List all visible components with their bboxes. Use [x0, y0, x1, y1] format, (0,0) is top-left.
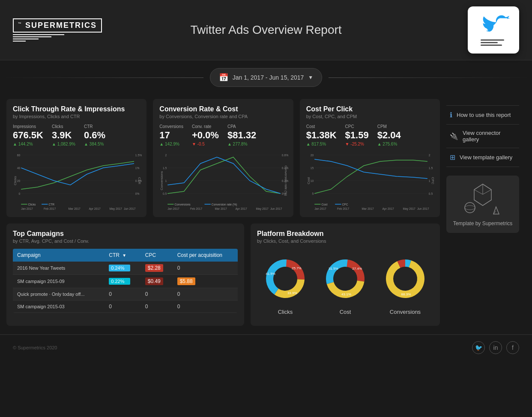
- ctr-metrics-row: Impressions 676.5K 144.2% Clicks 3.9K 1,…: [13, 124, 140, 146]
- svg-text:CTR: CTR: [48, 203, 54, 206]
- ctr-panel-subtitle: by Impressions, Clicks and CTR: [13, 114, 140, 119]
- svg-text:0%: 0%: [135, 192, 140, 195]
- svg-text:CPC: CPC: [430, 177, 434, 185]
- cpm-change: 275.6%: [377, 142, 401, 146]
- footer-icons: 🐦 in f: [472, 341, 519, 354]
- twitter-line-1: [481, 39, 504, 41]
- table-row: 2016 New Year Tweets0.24%$2.280: [13, 262, 238, 275]
- conv-panel-title: Conversion Rate & Cost: [159, 105, 287, 113]
- donut-chart: 25.7%33.9%41.5%: [260, 253, 311, 304]
- svg-line-81: [483, 190, 491, 194]
- donuts-row: 25.7%33.9%41.5%Clicks27.4%43.1%31.5%Cost…: [257, 249, 433, 319]
- svg-text:41.5%: 41.5%: [266, 272, 275, 276]
- connector-btn[interactable]: 🔌 View connector gallery: [446, 125, 519, 148]
- donut-chart: 27.4%43.1%31.5%: [320, 253, 371, 304]
- svg-text:Conversions: Conversions: [175, 203, 191, 206]
- cpa-label: CPA: [227, 124, 256, 129]
- template-by-label: Template by Supermetrics: [453, 220, 513, 226]
- conv-value: 17: [159, 130, 183, 141]
- facebook-footer-icon[interactable]: f: [506, 341, 519, 354]
- conv-change: 142.9%: [159, 142, 183, 146]
- svg-text:May 2017: May 2017: [256, 207, 269, 211]
- table-row: SM campaign 2015-03000: [13, 301, 238, 313]
- template-preview: Template by Supermetrics: [446, 176, 519, 233]
- campaign-name: SM campaign 2015-09: [13, 275, 105, 288]
- campaign-name: 2016 New Year Tweets: [13, 262, 105, 275]
- connector-icon: 🔌: [450, 132, 458, 140]
- cpa-change: 277.8%: [227, 142, 256, 146]
- conv-rate-label: Conv. rate: [192, 124, 219, 129]
- donut-label: Conversions: [390, 309, 421, 315]
- info-icon: ℹ: [450, 111, 452, 119]
- svg-text:Conversion rate (%): Conversion rate (%): [212, 203, 237, 206]
- ctr-panel: Click Through Rate & Impressions by Impr…: [6, 99, 146, 217]
- campaign-ctr: 0.22%: [105, 275, 140, 288]
- svg-text:20: 20: [17, 179, 21, 182]
- panels-area: Click Through Rate & Impressions by Impr…: [6, 99, 440, 326]
- svg-text:Mar 2017: Mar 2017: [362, 207, 374, 210]
- sidebar: ℹ How to use this report 🔌 View connecto…: [440, 99, 526, 326]
- donut-item: 27.4%43.1%31.5%Cost: [320, 253, 371, 315]
- cpc-panel: Cost Per Click by Cost, CPC, and CPM Cos…: [300, 99, 440, 217]
- col-campaign[interactable]: Campaign: [13, 249, 105, 262]
- cpm-label: CPM: [377, 124, 401, 129]
- platform-panel: Platform Breakdown by Clicks, Cost, and …: [251, 223, 440, 326]
- svg-text:0.5: 0.5: [428, 192, 433, 195]
- logo-lines: [13, 34, 102, 42]
- svg-text:Jun 2017: Jun 2017: [124, 207, 136, 210]
- svg-text:Feb 2017: Feb 2017: [190, 207, 202, 210]
- campaigns-table: Campaign CTR ▼ CPC Cost per acquisition …: [13, 249, 238, 313]
- how-to-btn[interactable]: ℹ How to use this report: [446, 105, 519, 125]
- main-content: Click Through Rate & Impressions by Impr…: [0, 95, 532, 330]
- campaign-name: Quick promote · Only today off...: [13, 288, 105, 301]
- shapes-icon: [461, 182, 504, 216]
- linkedin-footer-icon[interactable]: in: [489, 341, 502, 354]
- date-picker[interactable]: 📅 Jan 1, 2017 - Jun 15, 2017 ▼: [210, 68, 322, 87]
- copyright: © Supermetrics 2020: [13, 345, 57, 350]
- campaigns-tbody: 2016 New Year Tweets0.24%$2.280SM campai…: [13, 262, 238, 313]
- svg-text:33.9%: 33.9%: [287, 291, 297, 295]
- impressions-label: Impressions: [13, 124, 43, 129]
- svg-text:May 2017: May 2017: [109, 207, 122, 211]
- svg-text:60: 60: [17, 154, 21, 157]
- calendar-icon: 📅: [219, 73, 228, 82]
- impressions-metric: Impressions 676.5K 144.2%: [13, 124, 43, 146]
- twitter-footer-icon[interactable]: 🐦: [472, 341, 485, 354]
- impressions-change: 144.2%: [13, 142, 43, 146]
- template-btn[interactable]: ⊞ View template gallery: [446, 148, 519, 167]
- svg-text:2: 2: [428, 154, 430, 157]
- donut-item: 25.7%33.9%41.5%Clicks: [260, 253, 311, 315]
- svg-point-83: [465, 203, 475, 213]
- col-cpc[interactable]: CPC: [141, 249, 173, 262]
- twitter-line-2: [481, 42, 498, 43]
- cpc-metrics-row: Cost $1.38K 817.5% CPC $1.59 -25.2% CPM …: [306, 124, 433, 146]
- campaign-cpc: 0: [141, 288, 173, 301]
- ctr-metric: CTR 0.6% 384.5%: [84, 124, 105, 146]
- cpc-label: CPC: [345, 124, 369, 129]
- cost-value: $1.38K: [306, 130, 337, 141]
- cpc-panel-title: Cost Per Click: [306, 105, 433, 113]
- svg-text:27.4%: 27.4%: [352, 267, 362, 271]
- platform-subtitle: by Clicks, Cost, and Conversions: [257, 238, 433, 244]
- svg-text:1.5: 1.5: [163, 167, 167, 170]
- col-ctr[interactable]: CTR ▼: [105, 249, 140, 262]
- cost-metric: Cost $1.38K 817.5%: [306, 124, 337, 146]
- conv-panel: Conversion Rate & Cost by Conversions, C…: [153, 99, 293, 217]
- svg-text:5: 5: [312, 192, 314, 195]
- cpc-value: $1.59: [345, 130, 369, 141]
- svg-point-84: [465, 206, 475, 210]
- svg-text:0%: 0%: [282, 192, 286, 195]
- col-cpa[interactable]: Cost per acquisition: [173, 249, 238, 262]
- svg-text:25.7%: 25.7%: [292, 266, 302, 270]
- cost-change: 817.5%: [306, 142, 337, 146]
- svg-text:Mar 2017: Mar 2017: [68, 207, 80, 210]
- ctr-change: 384.5%: [84, 142, 105, 146]
- campaign-cpc: $2.28: [141, 262, 173, 275]
- donut-label: Cost: [340, 309, 351, 315]
- cpc-metric: CPC $1.59 -25.2%: [345, 124, 369, 146]
- cost-label: Cost: [306, 124, 337, 129]
- svg-text:Conversions: Conversions: [160, 171, 164, 190]
- svg-text:1%: 1%: [135, 167, 140, 170]
- svg-text:40: 40: [17, 167, 21, 170]
- clicks-change: 1,082.9%: [52, 142, 75, 146]
